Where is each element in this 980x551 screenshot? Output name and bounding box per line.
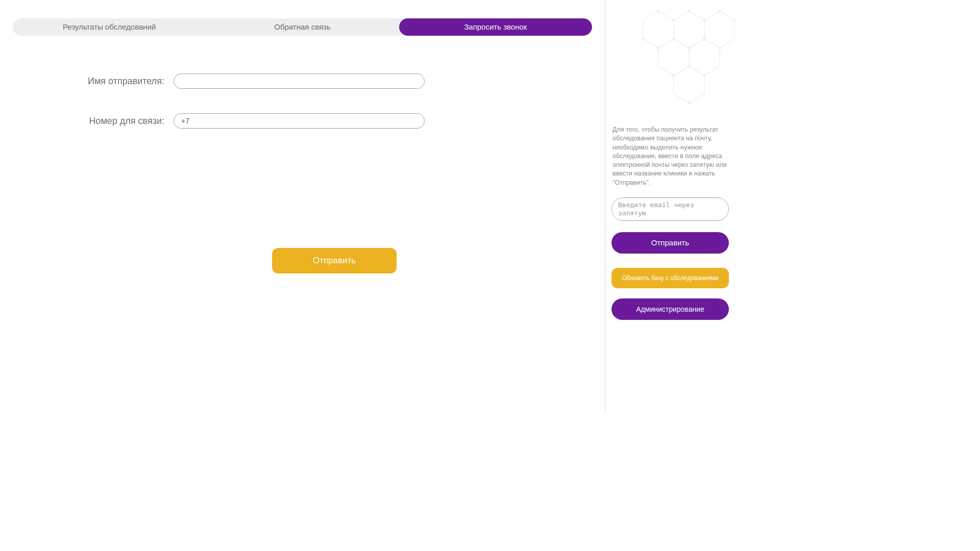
call-request-form: Имя отправителя: Номер для связи: xyxy=(10,73,595,129)
svg-point-6 xyxy=(657,10,660,13)
sidebar-update-button[interactable]: Обновить базу с обследованиями xyxy=(611,268,729,288)
tab-feedback[interactable]: Обратная связь xyxy=(206,18,399,36)
svg-point-11 xyxy=(733,19,735,22)
svg-point-10 xyxy=(718,10,721,13)
svg-point-9 xyxy=(703,19,706,22)
sender-name-input[interactable] xyxy=(174,73,425,89)
sidebar-send-button[interactable]: Отправить xyxy=(611,232,729,254)
phone-input[interactable] xyxy=(174,113,425,129)
content-area: Результаты обследований Обратная связь З… xyxy=(0,0,605,413)
svg-marker-3 xyxy=(689,39,720,76)
svg-marker-4 xyxy=(674,66,704,103)
svg-marker-2 xyxy=(658,39,689,76)
svg-point-12 xyxy=(672,37,675,40)
submit-button[interactable]: Отправить xyxy=(272,248,397,273)
svg-point-18 xyxy=(672,74,675,77)
svg-marker-1 xyxy=(674,11,704,48)
svg-point-17 xyxy=(642,37,645,40)
svg-point-13 xyxy=(688,46,691,49)
svg-point-16 xyxy=(657,46,660,49)
tab-request-call[interactable]: Запросить звонок xyxy=(399,18,592,36)
tab-results[interactable]: Результаты обследований xyxy=(13,18,206,36)
phone-label: Номер для связи: xyxy=(51,116,174,127)
svg-point-15 xyxy=(718,46,721,49)
sidebar-admin-button[interactable]: Администрирование xyxy=(611,298,729,320)
svg-point-19 xyxy=(688,65,691,68)
tabs: Результаты обследований Обратная связь З… xyxy=(13,18,592,36)
svg-marker-5 xyxy=(704,11,735,48)
svg-point-7 xyxy=(672,19,675,22)
sidebar-help-text: Для того, чтобы получить результат обсле… xyxy=(611,126,729,187)
hexagon-decoration-icon xyxy=(612,5,735,117)
email-input[interactable] xyxy=(611,197,729,221)
svg-marker-0 xyxy=(643,11,674,48)
svg-point-21 xyxy=(688,102,691,105)
svg-point-14 xyxy=(703,37,706,40)
svg-point-20 xyxy=(703,74,706,77)
sidebar: Для того, чтобы получить результат обсле… xyxy=(605,0,735,413)
svg-point-8 xyxy=(688,10,691,13)
sender-name-label: Имя отправителя: xyxy=(51,76,174,87)
